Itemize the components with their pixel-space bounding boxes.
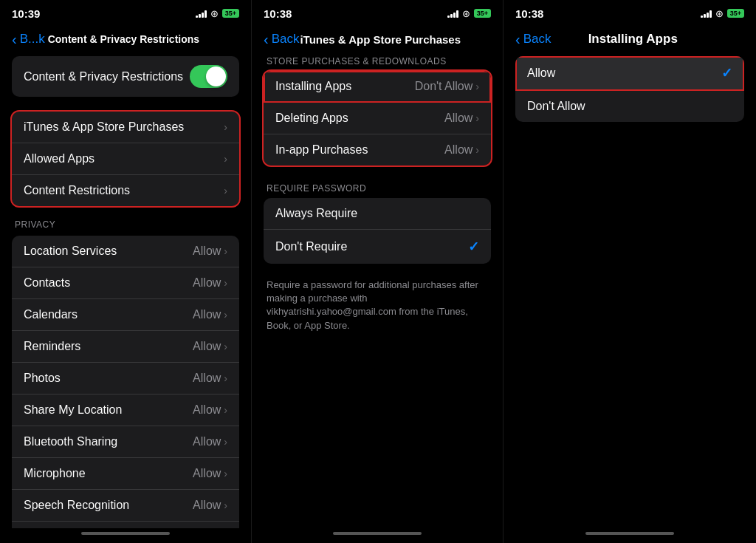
calendars-right: Allow › — [193, 308, 227, 321]
home-bar-2 — [333, 532, 422, 535]
wifi-icon-1: ⊛ — [210, 8, 219, 19]
privacy-restrictions-toggle-row[interactable]: Content & Privacy Restrictions — [12, 56, 239, 97]
content-restrictions-item[interactable]: Content Restrictions › — [12, 175, 239, 206]
speech-recognition-chevron: › — [224, 499, 227, 511]
back-button-1[interactable]: ‹ B...k — [12, 31, 45, 48]
require-password-section: REQUIRE PASSWORD Always Require Don't Re… — [252, 183, 503, 264]
microphone-label: Microphone — [24, 467, 86, 480]
allow-option-item[interactable]: Allow ✓ — [515, 56, 744, 91]
photos-right: Allow › — [193, 372, 227, 385]
bluetooth-chevron: › — [224, 436, 227, 448]
calendars-value: Allow — [193, 308, 221, 321]
microphone-chevron: › — [224, 468, 227, 479]
share-location-value: Allow — [193, 403, 221, 417]
calendars-item[interactable]: Calendars Allow › — [12, 299, 239, 331]
microphone-right: Allow › — [193, 467, 227, 480]
status-icons-3: ⊛ 35+ — [701, 8, 744, 19]
location-services-right: Allow › — [193, 245, 227, 258]
reminders-item[interactable]: Reminders Allow › — [12, 331, 239, 363]
store-purchases-highlighted: Installing Apps Don't Allow › Deleting A… — [264, 71, 491, 165]
speech-recognition-value: Allow — [193, 499, 221, 512]
allowed-apps-chevron: › — [224, 153, 227, 165]
allow-option-label: Allow — [527, 66, 555, 80]
allowed-apps-right: › — [224, 153, 227, 165]
settings-content-1: Content & Privacy Restrictions iTunes & … — [0, 56, 251, 528]
deleting-apps-item[interactable]: Deleting Apps Allow › — [264, 103, 491, 134]
itunes-chevron: › — [224, 121, 227, 133]
inapp-purchases-right: Allow › — [444, 143, 479, 157]
always-require-label: Always Require — [275, 207, 357, 220]
itunes-purchases-item[interactable]: iTunes & App Store Purchases › — [12, 112, 239, 143]
bluetooth-item[interactable]: Bluetooth Sharing Allow › — [12, 426, 239, 458]
bluetooth-value: Allow — [193, 435, 221, 448]
location-services-label: Location Services — [24, 245, 117, 258]
toggle-knob — [206, 66, 226, 86]
battery-1: 35+ — [222, 9, 239, 18]
reminders-label: Reminders — [24, 340, 80, 353]
home-indicator-2 — [252, 528, 503, 543]
back-label-1: B...k — [20, 32, 45, 47]
dont-require-item[interactable]: Don't Require ✓ — [264, 230, 491, 264]
microphone-item[interactable]: Microphone Allow › — [12, 458, 239, 490]
battery-2: 35+ — [474, 9, 491, 18]
installing-apps-value: Don't Allow — [415, 80, 473, 93]
itunes-right: › — [224, 121, 227, 133]
signal-icon-3 — [701, 9, 712, 18]
store-purchases-group: Installing Apps Don't Allow › Deleting A… — [264, 71, 491, 165]
nav-title-1: Content & Privacy Restrictions — [48, 33, 239, 45]
home-indicator-3 — [504, 528, 756, 543]
installing-apps-options: Allow ✓ Don't Allow — [515, 56, 744, 122]
panel-itunes-purchases: 10:38 ⊛ 35+ ‹ Back iTunes & App Store Pu… — [252, 0, 504, 543]
share-location-item[interactable]: Share My Location Allow › — [12, 395, 239, 426]
home-indicator-1 — [0, 528, 251, 543]
installing-apps-item[interactable]: Installing Apps Don't Allow › — [264, 71, 491, 103]
calendars-label: Calendars — [24, 308, 78, 321]
panel-content-privacy: 10:39 ⊛ 35+ ‹ B...k Content & Privacy Re… — [0, 0, 252, 543]
toggle-switch[interactable] — [190, 65, 227, 88]
installing-apps-chevron: › — [475, 81, 479, 92]
dont-allow-option-label: Don't Allow — [527, 100, 585, 113]
allow-option-right: ✓ — [721, 65, 732, 81]
inapp-purchases-label: In-app Purchases — [275, 143, 368, 157]
content-restrictions-right: › — [224, 185, 227, 197]
share-location-right: Allow › — [193, 403, 227, 417]
privacy-section-header: PRIVACY — [12, 219, 239, 230]
wifi-icon-3: ⊛ — [715, 8, 724, 19]
contacts-label: Contacts — [24, 276, 70, 290]
back-chevron-2: ‹ — [264, 31, 269, 48]
installing-apps-label: Installing Apps — [275, 80, 351, 93]
nav-bar-3: ‹ Back Installing Apps — [504, 24, 756, 56]
nav-title-3: Installing Apps — [521, 32, 744, 47]
allowed-apps-item[interactable]: Allowed Apps › — [12, 143, 239, 175]
toggle-label: Content & Privacy Restrictions — [24, 70, 183, 83]
photos-label: Photos — [24, 372, 61, 385]
installing-apps-option-group: Allow ✓ Don't Allow — [515, 56, 744, 122]
home-bar-1 — [81, 532, 170, 535]
always-require-item[interactable]: Always Require — [264, 198, 491, 230]
time-3: 10:38 — [515, 7, 543, 20]
inapp-purchases-value: Allow — [444, 143, 472, 157]
speech-recognition-right: Allow › — [193, 499, 227, 512]
status-bar-1: 10:39 ⊛ 35+ — [0, 0, 251, 24]
apple-advertising-item[interactable]: Apple Advertising Allow › — [12, 522, 239, 528]
location-services-item[interactable]: Location Services Allow › — [12, 236, 239, 267]
bluetooth-right: Allow › — [193, 435, 227, 448]
speech-recognition-item[interactable]: Speech Recognition Allow › — [12, 490, 239, 522]
photos-item[interactable]: Photos Allow › — [12, 363, 239, 395]
status-bar-3: 10:38 ⊛ 35+ — [504, 0, 756, 24]
status-icons-1: ⊛ 35+ — [196, 8, 239, 19]
home-bar-3 — [585, 532, 674, 535]
inapp-purchases-item[interactable]: In-app Purchases Allow › — [264, 134, 491, 165]
panel-installing-apps: 10:38 ⊛ 35+ ‹ Back Installing Apps Allow — [504, 0, 756, 543]
dont-allow-option-item[interactable]: Don't Allow — [515, 91, 744, 122]
require-password-list: Always Require Don't Require ✓ — [264, 198, 491, 264]
microphone-value: Allow — [193, 467, 221, 480]
contacts-item[interactable]: Contacts Allow › — [12, 267, 239, 299]
reminders-right: Allow › — [193, 340, 227, 353]
time-1: 10:39 — [12, 7, 40, 20]
dont-require-label: Don't Require — [275, 240, 347, 253]
nav-title-2: iTunes & App Store Purchases — [269, 33, 491, 46]
settings-content-3: Allow ✓ Don't Allow — [504, 56, 756, 528]
itunes-highlighted-group: iTunes & App Store Purchases › Allowed A… — [12, 112, 239, 206]
deleting-apps-chevron: › — [475, 112, 479, 124]
